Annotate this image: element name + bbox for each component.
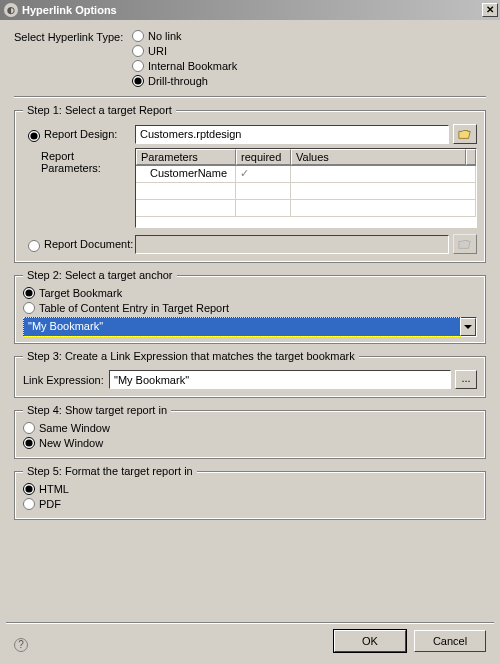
step1-legend: Step 1: Select a target Report [23,104,176,116]
radio-no-link[interactable]: No link [132,30,237,42]
report-parameters-label: Report Parameters: [23,148,135,174]
step4-group: Step 4: Show target report in Same Windo… [14,404,486,459]
radio-same-window[interactable]: Same Window [23,422,477,434]
table-row[interactable] [136,200,476,217]
dropdown-value: "My Bookmark" [24,318,460,336]
step2-group: Step 2: Select a target anchor Target Bo… [14,269,486,344]
step5-group: Step 5: Format the target report in HTML… [14,465,486,520]
link-expression-label: Link Expression: [23,374,109,386]
app-icon: ◐ [4,3,18,17]
browse-design-button[interactable] [453,124,477,144]
window-title: Hyperlink Options [22,4,482,16]
hyperlink-type-label: Select Hyperlink Type: [14,30,132,90]
radio-uri[interactable]: URI [132,45,237,57]
parameters-header: Parameters required Values [136,149,476,166]
parameters-table[interactable]: Parameters required Values CustomerName … [135,148,477,228]
radio-internal-bookmark[interactable]: Internal Bookmark [132,60,237,72]
table-row[interactable]: CustomerName ✓ [136,166,476,183]
step3-legend: Step 3: Create a Link Expression that ma… [23,350,359,362]
browse-document-button [453,234,477,254]
radio-report-design[interactable]: Report Design: [23,127,135,142]
step3-group: Step 3: Create a Link Expression that ma… [14,350,486,398]
link-expression-input[interactable] [109,370,451,389]
step2-legend: Step 2: Select a target anchor [23,269,177,281]
close-button[interactable]: ✕ [482,3,498,17]
step1-group: Step 1: Select a target Report Report De… [14,104,486,263]
radio-drill-through[interactable]: Drill-through [132,75,237,87]
report-document-input [135,235,449,254]
radio-new-window[interactable]: New Window [23,437,477,449]
bookmark-dropdown[interactable]: "My Bookmark" [23,317,477,337]
expression-builder-button[interactable]: ... [455,370,477,389]
radio-toc-entry[interactable]: Table of Content Entry in Target Report [23,302,477,314]
radio-html[interactable]: HTML [23,483,477,495]
divider [14,96,486,98]
folder-open-icon [458,238,472,250]
radio-pdf[interactable]: PDF [23,498,477,510]
step4-legend: Step 4: Show target report in [23,404,171,416]
title-bar: ◐ Hyperlink Options ✕ [0,0,500,20]
cancel-button[interactable]: Cancel [414,630,486,652]
table-row[interactable] [136,183,476,200]
report-design-input[interactable] [135,125,449,144]
folder-open-icon [458,128,472,140]
chevron-down-icon[interactable] [460,318,476,336]
ok-button[interactable]: OK [334,630,406,652]
radio-target-bookmark[interactable]: Target Bookmark [23,287,477,299]
step5-legend: Step 5: Format the target report in [23,465,197,477]
radio-report-document[interactable]: Report Document: [23,237,135,252]
